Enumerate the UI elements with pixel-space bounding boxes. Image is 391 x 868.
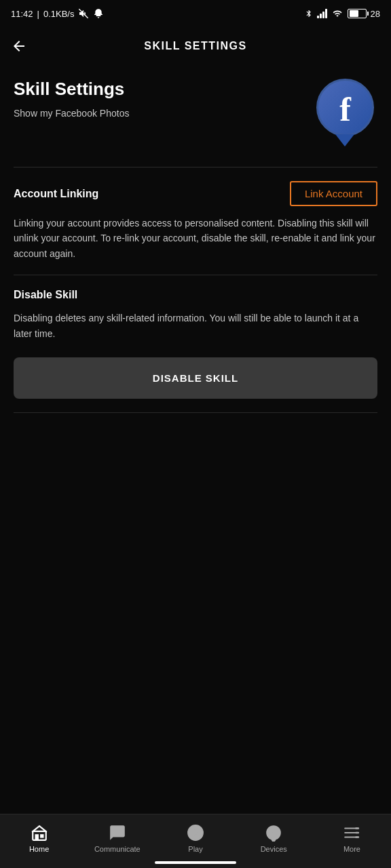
status-network: 0.1KB/s <box>43 9 75 19</box>
play-label: Play <box>188 845 202 853</box>
divider-2 <box>14 275 377 275</box>
facebook-bubble-tail <box>335 134 354 146</box>
battery-cap <box>367 12 369 16</box>
wifi-icon <box>331 9 343 18</box>
account-linking-section: Account Linking Link Account Linking you… <box>14 181 377 261</box>
home-icon <box>31 824 48 842</box>
play-icon <box>187 824 204 842</box>
nav-item-play[interactable]: Play <box>156 824 234 853</box>
nav-item-devices[interactable]: Devices <box>235 824 313 853</box>
link-account-button[interactable]: Link Account <box>290 181 377 206</box>
disable-skill-title: Disable Skill <box>14 289 377 301</box>
battery-icon <box>348 9 367 18</box>
disable-skill-description: Disabling deletes any skill-related info… <box>14 311 377 341</box>
battery-fill <box>350 10 358 17</box>
svg-rect-1 <box>33 831 46 840</box>
more-label: More <box>343 845 360 853</box>
skill-subtitle: Show my Facebook Photos <box>14 108 305 119</box>
skill-title-section: Skill Settings Show my Facebook Photos <box>14 79 305 119</box>
facebook-bubble: f <box>316 79 377 146</box>
more-icon <box>343 824 360 842</box>
svg-rect-7 <box>272 840 275 842</box>
alarm-icon <box>93 8 104 19</box>
account-linking-description: Linking your account provides access to … <box>14 216 377 261</box>
facebook-letter: f <box>339 92 351 126</box>
communicate-label: Communicate <box>94 845 141 853</box>
nav-item-home[interactable]: Home <box>0 824 78 853</box>
disable-skill-button[interactable]: DISABLE SKILL <box>14 357 377 399</box>
signal-bars <box>317 9 327 18</box>
devices-label: Devices <box>261 845 287 853</box>
mute-icon <box>78 8 89 19</box>
home-bar <box>155 861 236 864</box>
skill-title: Skill Settings <box>14 79 305 100</box>
divider-3 <box>14 412 377 413</box>
nav-item-communicate[interactable]: Communicate <box>78 824 156 853</box>
svg-rect-3 <box>40 834 43 837</box>
bottom-nav: Home Communicate Play <box>0 814 391 868</box>
disable-skill-section: Disable Skill Disabling deletes any skil… <box>14 289 377 399</box>
nav-item-more[interactable]: More <box>313 824 391 853</box>
account-linking-header: Account Linking Link Account <box>14 181 377 206</box>
facebook-circle: f <box>316 79 374 136</box>
status-left: 11:42 | 0.1KB/s <box>11 8 104 19</box>
status-separator: | <box>37 9 39 19</box>
skill-icon: f <box>316 79 377 146</box>
status-time: 11:42 <box>11 9 33 19</box>
devices-icon <box>265 824 282 842</box>
page-title: SKILL SETTINGS <box>144 40 246 52</box>
communicate-icon <box>109 824 126 842</box>
status-bar: 11:42 | 0.1KB/s <box>0 0 391 27</box>
account-linking-title: Account Linking <box>14 188 98 200</box>
home-label: Home <box>29 845 49 853</box>
back-arrow-icon <box>11 38 27 54</box>
top-nav: SKILL SETTINGS <box>0 27 391 65</box>
bluetooth-icon <box>305 8 313 19</box>
battery-level: 28 <box>371 9 380 19</box>
skill-header: Skill Settings Show my Facebook Photos f <box>14 79 377 146</box>
svg-rect-2 <box>35 834 38 840</box>
main-content: Skill Settings Show my Facebook Photos f… <box>0 65 391 814</box>
divider-1 <box>14 167 377 167</box>
status-right: 28 <box>305 8 380 19</box>
back-button[interactable] <box>11 38 27 54</box>
